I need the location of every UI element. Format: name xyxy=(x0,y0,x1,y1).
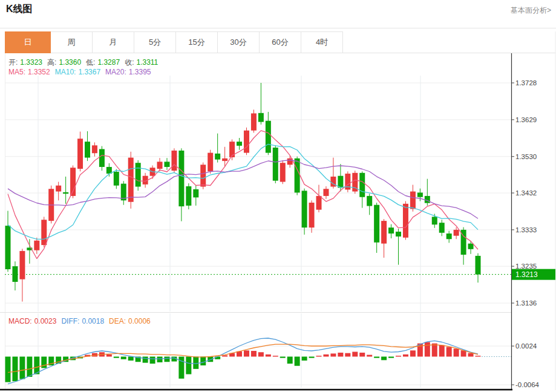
tab-month[interactable]: 月 xyxy=(93,31,134,53)
candle-body xyxy=(316,196,322,210)
candle-body xyxy=(403,204,408,238)
macd-bar xyxy=(121,357,126,359)
candle-body xyxy=(266,121,271,153)
candle-body xyxy=(273,148,278,181)
candle-body xyxy=(171,151,177,171)
candle-body xyxy=(295,158,300,193)
tab-15min[interactable]: 15分 xyxy=(176,31,218,53)
candle-body xyxy=(251,113,257,130)
macd-legend: MACD:0.0023 xyxy=(8,317,59,325)
macd-bar xyxy=(41,357,47,368)
ohlc-open-label: 开: xyxy=(8,58,18,67)
candle-body xyxy=(136,163,141,186)
candle-body xyxy=(114,172,119,186)
candle-body xyxy=(468,244,474,249)
ohlc-legend: 开:1.3323高:1.3360低:1.3287收:1.3311 xyxy=(8,57,163,68)
tab-week[interactable]: 周 xyxy=(51,31,93,53)
tab-30min[interactable]: 30分 xyxy=(218,31,260,53)
ma10-legend: MA10:1.3367 xyxy=(55,68,103,76)
candle-body xyxy=(237,142,242,146)
candle-body xyxy=(208,153,213,172)
y-axis-label: 1.3629 xyxy=(515,116,537,123)
ohlc-close: 收:1.3311 xyxy=(125,58,160,67)
candle-body xyxy=(302,191,307,227)
macd-bar xyxy=(345,353,350,357)
diff-legend-label: DIFF: xyxy=(61,317,79,325)
macd-bar xyxy=(114,357,119,358)
x-axis xyxy=(0,389,512,391)
y-axis-label: 1.3432 xyxy=(515,189,537,197)
tabbar-filler xyxy=(343,31,555,53)
candle-body xyxy=(34,241,39,250)
candle-body xyxy=(178,151,184,206)
diff-legend: DIFF:0.0018 xyxy=(61,317,106,325)
candle-body xyxy=(476,256,481,275)
tab-60min[interactable]: 60分 xyxy=(260,31,301,53)
ma10-legend-value: 1.3367 xyxy=(78,68,100,76)
candle-body xyxy=(439,223,445,233)
ohlc-close-value: 1.3311 xyxy=(136,58,158,67)
macd-bar xyxy=(273,356,278,356)
ohlc-open-value: 1.3323 xyxy=(20,58,42,67)
macd-bar xyxy=(388,357,394,358)
candle-body xyxy=(157,162,163,169)
ohlc-low-value: 1.3287 xyxy=(97,58,120,67)
candle-body xyxy=(200,165,206,186)
macd-bar xyxy=(295,357,300,366)
candle-body xyxy=(244,131,249,153)
y-axis-label: -0.0064 xyxy=(515,381,540,388)
macd-legend-value: 0.0023 xyxy=(34,317,57,325)
macd-bar xyxy=(150,357,155,364)
ma5-legend-value: 1.3352 xyxy=(28,68,50,76)
candle-body xyxy=(56,186,61,192)
macd-bar xyxy=(251,351,257,356)
macd-bar xyxy=(432,344,437,357)
macd-bar xyxy=(193,357,198,369)
macd-bar xyxy=(468,353,474,357)
tab-4hour[interactable]: 4时 xyxy=(301,31,343,53)
candle-body xyxy=(323,189,329,196)
macd-bar xyxy=(258,352,264,356)
candles-layer xyxy=(5,83,481,302)
macd-bar xyxy=(446,347,452,357)
macd-histogram xyxy=(5,342,481,382)
ohlc-open: 开:1.3323 xyxy=(8,58,45,67)
ma20-legend-value: 1.3395 xyxy=(129,68,151,76)
candle-body xyxy=(41,220,47,245)
candle-body xyxy=(215,154,220,160)
tab-5min[interactable]: 5分 xyxy=(134,31,176,53)
macd-bar xyxy=(164,357,169,362)
candle-body xyxy=(432,217,437,224)
macd-bar xyxy=(5,357,11,382)
candle-body xyxy=(229,142,235,157)
ma10-legend-label: MA10: xyxy=(55,68,76,76)
candle-body xyxy=(388,227,394,234)
macd-bar xyxy=(359,353,365,357)
ma-legend: MA5:1.3352MA10:1.3367MA20:1.3395 xyxy=(8,68,156,76)
macd-bar xyxy=(439,345,445,357)
ohlc-low-label: 低: xyxy=(86,58,95,67)
macd-bar xyxy=(374,357,379,358)
macd-bar xyxy=(381,357,387,361)
candle-body xyxy=(454,230,459,236)
tab-day[interactable]: 日 xyxy=(5,31,51,53)
price-tag: 1.3213 xyxy=(512,269,555,280)
ohlc-high: 高:1.3360 xyxy=(47,58,83,67)
macd-bar xyxy=(403,354,408,357)
ohlc-close-label: 收: xyxy=(125,58,134,67)
macd-bar xyxy=(244,350,249,356)
candle-body xyxy=(410,192,416,209)
candle-body xyxy=(280,163,286,181)
candle-body xyxy=(63,192,68,194)
fundamental-analysis-link[interactable]: 基本面分析> xyxy=(511,5,551,16)
candle-body xyxy=(359,173,365,197)
macd-bar xyxy=(338,353,343,357)
macd-bar xyxy=(410,350,416,356)
macd-bar xyxy=(454,348,459,356)
macd-bar xyxy=(302,357,307,361)
macd-bar xyxy=(367,355,372,357)
macd-bar xyxy=(12,357,18,382)
page-title: K线图 xyxy=(6,3,33,16)
ohlc-low: 低:1.3287 xyxy=(86,58,122,67)
candle-body xyxy=(164,162,169,167)
